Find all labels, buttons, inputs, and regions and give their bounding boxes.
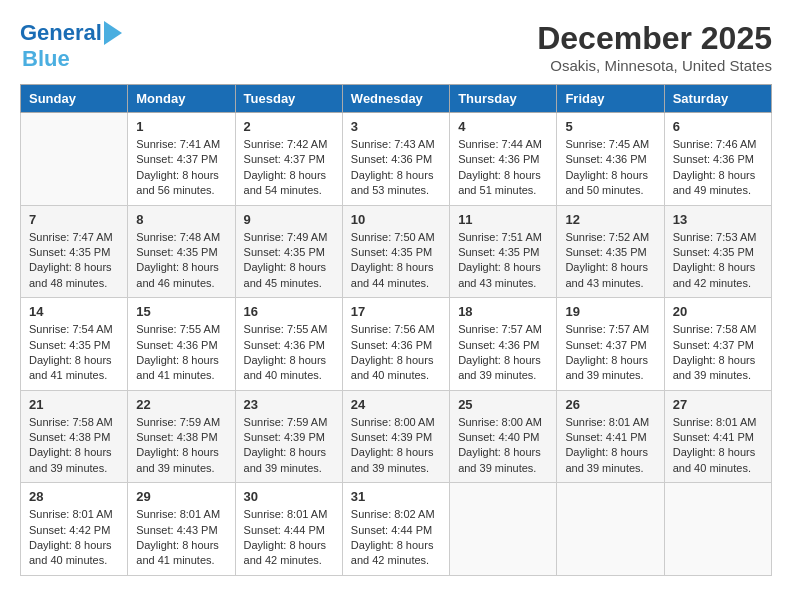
day-number: 23	[244, 397, 334, 412]
calendar-cell: 6Sunrise: 7:46 AM Sunset: 4:36 PM Daylig…	[664, 113, 771, 206]
cell-content: Sunrise: 7:41 AM Sunset: 4:37 PM Dayligh…	[136, 137, 226, 199]
day-header-friday: Friday	[557, 85, 664, 113]
calendar-cell: 7Sunrise: 7:47 AM Sunset: 4:35 PM Daylig…	[21, 205, 128, 298]
cell-content: Sunrise: 7:48 AM Sunset: 4:35 PM Dayligh…	[136, 230, 226, 292]
cell-content: Sunrise: 7:55 AM Sunset: 4:36 PM Dayligh…	[244, 322, 334, 384]
calendar-cell: 25Sunrise: 8:00 AM Sunset: 4:40 PM Dayli…	[450, 390, 557, 483]
calendar-cell: 3Sunrise: 7:43 AM Sunset: 4:36 PM Daylig…	[342, 113, 449, 206]
day-number: 25	[458, 397, 548, 412]
day-number: 26	[565, 397, 655, 412]
calendar-cell	[21, 113, 128, 206]
calendar-week-5: 28Sunrise: 8:01 AM Sunset: 4:42 PM Dayli…	[21, 483, 772, 576]
calendar-cell: 12Sunrise: 7:52 AM Sunset: 4:35 PM Dayli…	[557, 205, 664, 298]
calendar-cell: 24Sunrise: 8:00 AM Sunset: 4:39 PM Dayli…	[342, 390, 449, 483]
calendar-cell	[450, 483, 557, 576]
day-number: 4	[458, 119, 548, 134]
cell-content: Sunrise: 7:58 AM Sunset: 4:37 PM Dayligh…	[673, 322, 763, 384]
day-number: 19	[565, 304, 655, 319]
day-number: 6	[673, 119, 763, 134]
calendar-cell: 11Sunrise: 7:51 AM Sunset: 4:35 PM Dayli…	[450, 205, 557, 298]
day-number: 15	[136, 304, 226, 319]
cell-content: Sunrise: 7:42 AM Sunset: 4:37 PM Dayligh…	[244, 137, 334, 199]
logo-arrow-icon	[104, 21, 122, 45]
day-number: 7	[29, 212, 119, 227]
month-title: December 2025	[537, 20, 772, 57]
calendar-cell: 23Sunrise: 7:59 AM Sunset: 4:39 PM Dayli…	[235, 390, 342, 483]
day-header-thursday: Thursday	[450, 85, 557, 113]
calendar-cell: 30Sunrise: 8:01 AM Sunset: 4:44 PM Dayli…	[235, 483, 342, 576]
calendar-week-2: 7Sunrise: 7:47 AM Sunset: 4:35 PM Daylig…	[21, 205, 772, 298]
calendar-cell: 15Sunrise: 7:55 AM Sunset: 4:36 PM Dayli…	[128, 298, 235, 391]
cell-content: Sunrise: 7:49 AM Sunset: 4:35 PM Dayligh…	[244, 230, 334, 292]
calendar-cell: 2Sunrise: 7:42 AM Sunset: 4:37 PM Daylig…	[235, 113, 342, 206]
cell-content: Sunrise: 7:52 AM Sunset: 4:35 PM Dayligh…	[565, 230, 655, 292]
day-number: 10	[351, 212, 441, 227]
day-number: 18	[458, 304, 548, 319]
calendar-cell: 28Sunrise: 8:01 AM Sunset: 4:42 PM Dayli…	[21, 483, 128, 576]
day-number: 16	[244, 304, 334, 319]
calendar-cell: 10Sunrise: 7:50 AM Sunset: 4:35 PM Dayli…	[342, 205, 449, 298]
day-number: 2	[244, 119, 334, 134]
cell-content: Sunrise: 8:00 AM Sunset: 4:39 PM Dayligh…	[351, 415, 441, 477]
cell-content: Sunrise: 7:44 AM Sunset: 4:36 PM Dayligh…	[458, 137, 548, 199]
cell-content: Sunrise: 8:02 AM Sunset: 4:44 PM Dayligh…	[351, 507, 441, 569]
calendar-cell: 31Sunrise: 8:02 AM Sunset: 4:44 PM Dayli…	[342, 483, 449, 576]
day-number: 29	[136, 489, 226, 504]
cell-content: Sunrise: 7:51 AM Sunset: 4:35 PM Dayligh…	[458, 230, 548, 292]
calendar-cell	[664, 483, 771, 576]
day-number: 27	[673, 397, 763, 412]
day-number: 28	[29, 489, 119, 504]
cell-content: Sunrise: 7:50 AM Sunset: 4:35 PM Dayligh…	[351, 230, 441, 292]
logo-text-general: General	[20, 20, 102, 46]
day-number: 31	[351, 489, 441, 504]
cell-content: Sunrise: 7:54 AM Sunset: 4:35 PM Dayligh…	[29, 322, 119, 384]
cell-content: Sunrise: 7:59 AM Sunset: 4:38 PM Dayligh…	[136, 415, 226, 477]
day-number: 24	[351, 397, 441, 412]
day-number: 8	[136, 212, 226, 227]
location-subtitle: Osakis, Minnesota, United States	[537, 57, 772, 74]
day-header-wednesday: Wednesday	[342, 85, 449, 113]
calendar-cell: 20Sunrise: 7:58 AM Sunset: 4:37 PM Dayli…	[664, 298, 771, 391]
cell-content: Sunrise: 8:01 AM Sunset: 4:41 PM Dayligh…	[565, 415, 655, 477]
calendar-week-4: 21Sunrise: 7:58 AM Sunset: 4:38 PM Dayli…	[21, 390, 772, 483]
day-number: 1	[136, 119, 226, 134]
calendar-cell: 5Sunrise: 7:45 AM Sunset: 4:36 PM Daylig…	[557, 113, 664, 206]
day-header-sunday: Sunday	[21, 85, 128, 113]
calendar-cell	[557, 483, 664, 576]
day-header-saturday: Saturday	[664, 85, 771, 113]
day-number: 9	[244, 212, 334, 227]
day-number: 21	[29, 397, 119, 412]
calendar-cell: 8Sunrise: 7:48 AM Sunset: 4:35 PM Daylig…	[128, 205, 235, 298]
day-number: 14	[29, 304, 119, 319]
calendar-cell: 26Sunrise: 8:01 AM Sunset: 4:41 PM Dayli…	[557, 390, 664, 483]
cell-content: Sunrise: 7:56 AM Sunset: 4:36 PM Dayligh…	[351, 322, 441, 384]
calendar-header: SundayMondayTuesdayWednesdayThursdayFrid…	[21, 85, 772, 113]
cell-content: Sunrise: 7:57 AM Sunset: 4:37 PM Dayligh…	[565, 322, 655, 384]
cell-content: Sunrise: 7:43 AM Sunset: 4:36 PM Dayligh…	[351, 137, 441, 199]
cell-content: Sunrise: 7:55 AM Sunset: 4:36 PM Dayligh…	[136, 322, 226, 384]
day-number: 20	[673, 304, 763, 319]
calendar-cell: 4Sunrise: 7:44 AM Sunset: 4:36 PM Daylig…	[450, 113, 557, 206]
day-number: 30	[244, 489, 334, 504]
cell-content: Sunrise: 8:01 AM Sunset: 4:43 PM Dayligh…	[136, 507, 226, 569]
title-block: December 2025 Osakis, Minnesota, United …	[537, 20, 772, 74]
calendar-table: SundayMondayTuesdayWednesdayThursdayFrid…	[20, 84, 772, 576]
cell-content: Sunrise: 8:01 AM Sunset: 4:42 PM Dayligh…	[29, 507, 119, 569]
page-header: General Blue December 2025 Osakis, Minne…	[20, 20, 772, 74]
cell-content: Sunrise: 8:00 AM Sunset: 4:40 PM Dayligh…	[458, 415, 548, 477]
calendar-week-3: 14Sunrise: 7:54 AM Sunset: 4:35 PM Dayli…	[21, 298, 772, 391]
calendar-cell: 9Sunrise: 7:49 AM Sunset: 4:35 PM Daylig…	[235, 205, 342, 298]
calendar-cell: 16Sunrise: 7:55 AM Sunset: 4:36 PM Dayli…	[235, 298, 342, 391]
calendar-cell: 13Sunrise: 7:53 AM Sunset: 4:35 PM Dayli…	[664, 205, 771, 298]
calendar-week-1: 1Sunrise: 7:41 AM Sunset: 4:37 PM Daylig…	[21, 113, 772, 206]
calendar-cell: 19Sunrise: 7:57 AM Sunset: 4:37 PM Dayli…	[557, 298, 664, 391]
calendar-cell: 27Sunrise: 8:01 AM Sunset: 4:41 PM Dayli…	[664, 390, 771, 483]
day-number: 17	[351, 304, 441, 319]
day-header-tuesday: Tuesday	[235, 85, 342, 113]
cell-content: Sunrise: 8:01 AM Sunset: 4:41 PM Dayligh…	[673, 415, 763, 477]
day-number: 22	[136, 397, 226, 412]
cell-content: Sunrise: 7:45 AM Sunset: 4:36 PM Dayligh…	[565, 137, 655, 199]
logo-text-blue: Blue	[22, 46, 70, 72]
cell-content: Sunrise: 7:47 AM Sunset: 4:35 PM Dayligh…	[29, 230, 119, 292]
day-number: 3	[351, 119, 441, 134]
